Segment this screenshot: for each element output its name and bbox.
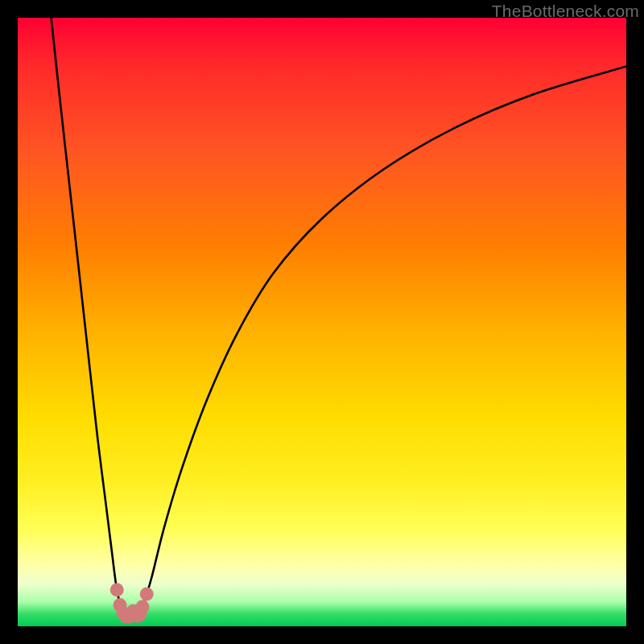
bottleneck-curve (52, 18, 626, 617)
chart-frame: TheBottleneck.com (0, 0, 644, 644)
min-marker (110, 583, 124, 597)
min-marker (135, 600, 149, 613)
curve-svg (18, 18, 626, 626)
plot-area (18, 18, 626, 626)
min-markers-group (110, 583, 154, 623)
min-marker (140, 587, 154, 601)
